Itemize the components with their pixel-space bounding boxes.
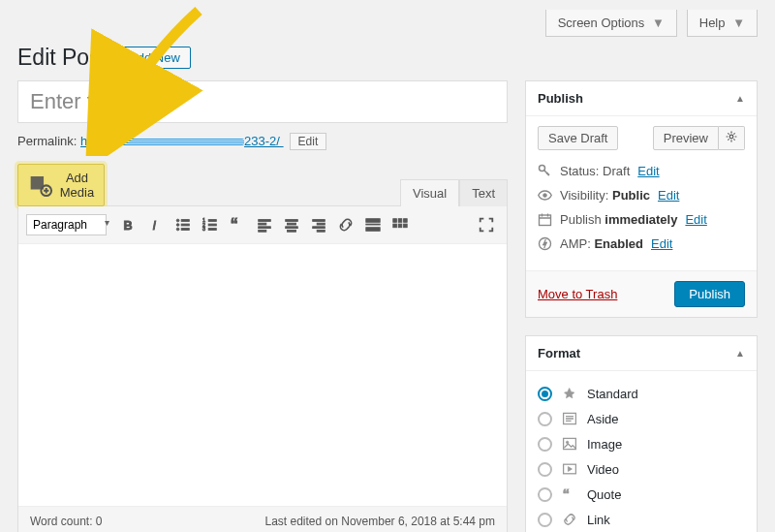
svg-rect-6 (181, 224, 189, 226)
svg-rect-43 (564, 438, 576, 449)
gear-icon (726, 131, 737, 142)
bold-button[interactable]: B (116, 212, 141, 237)
read-more-button[interactable] (360, 212, 386, 237)
svg-point-38 (540, 166, 545, 172)
svg-text:“: “ (563, 486, 570, 502)
italic-button[interactable]: I (143, 212, 169, 237)
pin-icon (562, 386, 577, 401)
svg-rect-31 (393, 219, 397, 223)
format-label: Aside (587, 412, 619, 426)
amp-line: AMP: Enabled Edit (538, 236, 745, 251)
word-count: Word count: 0 (30, 515, 103, 528)
chevron-down-icon: ▼ (732, 16, 745, 30)
status-edit-link[interactable]: Edit (637, 164, 659, 178)
blockquote-button[interactable]: “ (225, 212, 250, 237)
image-icon (562, 436, 577, 452)
svg-rect-4 (181, 220, 189, 222)
link-button[interactable] (333, 212, 358, 237)
publish-head[interactable]: Publish ▲ (526, 81, 757, 116)
help-button[interactable]: Help ▼ (687, 10, 758, 37)
editor: Paragraph B I 123 “ Word co (17, 205, 508, 532)
svg-text:B: B (124, 219, 133, 233)
schedule-line: Publish immediately Edit (538, 212, 745, 227)
format-title: Format (538, 346, 580, 360)
toolbar-toggle-button[interactable] (388, 212, 413, 237)
align-right-button[interactable] (306, 212, 331, 237)
tab-visual[interactable]: Visual (400, 179, 459, 206)
svg-rect-24 (313, 220, 326, 222)
chevron-up-icon: ▲ (735, 93, 745, 104)
publish-metabox: Publish ▲ Save Draft Preview Status: Dra… (525, 80, 758, 318)
preview-options-button[interactable] (719, 126, 745, 150)
permalink-link[interactable]: https://233-2/ (80, 134, 284, 148)
editor-canvas[interactable] (18, 244, 507, 506)
format-option-aside[interactable]: Aside (538, 406, 745, 431)
format-option-standard[interactable]: Standard (538, 381, 745, 406)
svg-rect-20 (286, 220, 298, 222)
align-center-button[interactable] (279, 212, 304, 237)
visibility-edit-link[interactable]: Edit (658, 188, 679, 203)
svg-point-39 (543, 194, 547, 198)
svg-rect-32 (398, 219, 402, 223)
help-label: Help (699, 16, 726, 30)
video-icon (562, 461, 577, 477)
svg-rect-19 (259, 230, 266, 232)
add-media-button[interactable]: Add Media (17, 164, 105, 206)
chevron-down-icon: ▼ (652, 16, 665, 30)
svg-text:“: “ (231, 216, 238, 233)
screen-options-button[interactable]: Screen Options ▼ (545, 10, 677, 37)
svg-rect-34 (393, 224, 397, 228)
page-title: Edit Post (17, 45, 107, 71)
amp-edit-link[interactable]: Edit (651, 236, 672, 251)
save-draft-button[interactable]: Save Draft (538, 126, 618, 150)
radio-icon (538, 412, 552, 426)
fullscreen-button[interactable] (474, 212, 499, 237)
numbered-list-button[interactable]: 123 (198, 212, 223, 237)
format-option-quote[interactable]: “Quote (538, 482, 745, 507)
format-label: Link (587, 513, 610, 527)
permalink-edit-button[interactable]: Edit (290, 133, 327, 150)
radio-icon (538, 462, 552, 477)
format-label: Quote (587, 487, 621, 502)
svg-rect-12 (208, 224, 216, 226)
svg-rect-30 (366, 228, 380, 232)
last-edited: Last edited on November 6, 2018 at 5:44 … (265, 515, 496, 528)
format-option-link[interactable]: Link (538, 507, 745, 532)
svg-rect-29 (366, 224, 380, 225)
redacted-url-segment (118, 139, 244, 145)
bullet-list-button[interactable] (170, 212, 196, 237)
svg-rect-40 (540, 215, 551, 226)
schedule-edit-link[interactable]: Edit (685, 212, 706, 227)
svg-rect-21 (288, 223, 296, 225)
svg-rect-18 (259, 227, 271, 229)
media-icon (28, 172, 54, 199)
format-head[interactable]: Format ▲ (526, 336, 757, 371)
amp-icon (538, 236, 552, 251)
align-left-button[interactable] (252, 212, 277, 237)
svg-point-37 (729, 135, 733, 139)
permalink-label: Permalink: (17, 134, 77, 148)
radio-icon (538, 513, 552, 527)
svg-rect-23 (288, 230, 296, 232)
format-select[interactable]: Paragraph (26, 214, 107, 235)
svg-rect-35 (398, 224, 402, 228)
publish-button[interactable]: Publish (674, 281, 745, 307)
format-metabox: Format ▲ StandardAsideImageVideo“QuoteLi… (525, 335, 758, 532)
add-new-button[interactable]: Add New (118, 47, 191, 69)
preview-button[interactable]: Preview (653, 126, 719, 150)
svg-rect-16 (259, 220, 271, 222)
post-title-input[interactable] (17, 80, 508, 123)
format-option-video[interactable]: Video (538, 456, 745, 482)
calendar-icon (538, 212, 552, 227)
format-option-image[interactable]: Image (538, 431, 745, 456)
svg-rect-28 (366, 219, 380, 223)
editor-toolbar: Paragraph B I 123 “ (18, 206, 507, 244)
svg-point-3 (176, 219, 179, 222)
tab-text[interactable]: Text (459, 179, 508, 206)
svg-point-5 (176, 224, 179, 227)
publish-title: Publish (538, 91, 583, 106)
visibility-line: Visibility: Public Edit (538, 188, 745, 203)
permalink-row: Permalink: https://233-2/ Edit (17, 133, 508, 150)
svg-text:3: 3 (202, 226, 205, 232)
move-to-trash-link[interactable]: Move to Trash (538, 287, 617, 301)
